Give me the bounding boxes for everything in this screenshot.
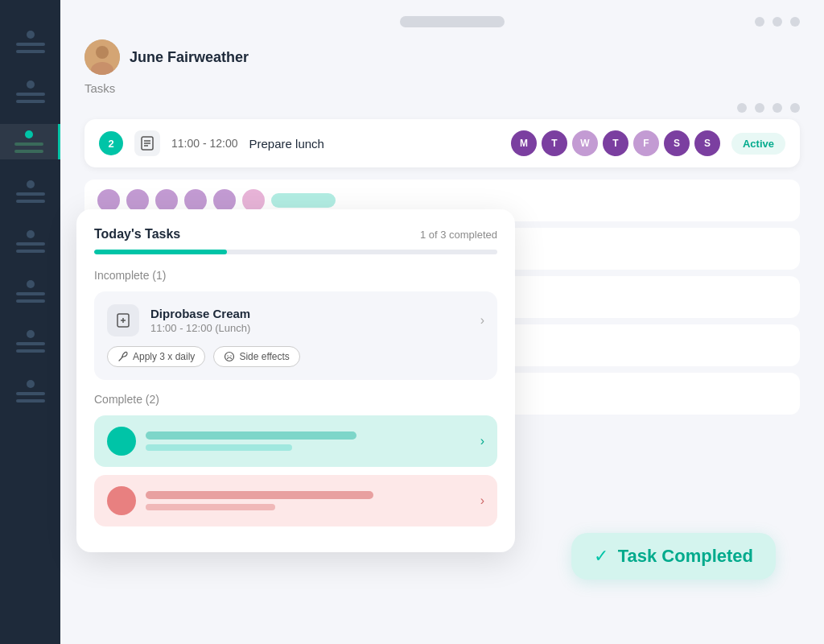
sidebar-item-3[interactable] [0,124,60,159]
task-completed-check-icon: ✓ [594,546,608,567]
sidebar-item-2[interactable] [0,74,60,109]
sec-dot-2 [755,103,764,113]
grid-dot-1-6 [242,189,265,212]
progress-bar-track [94,250,497,254]
sidebar-item-6[interactable] [0,274,60,309]
med-icon [107,304,139,336]
grid-dot-1-1 [97,189,120,212]
sidebar-item-8[interactable] [0,374,60,409]
card-header: Today's Tasks 1 of 3 completed [94,227,497,242]
day-S2: S [694,130,720,156]
medication-card[interactable]: Diprobase Cream 11:00 - 12:00 (Lunch) › … [94,291,497,380]
grid-dot-1-5 [213,189,236,212]
side-effects-tag-label: Side effects [239,351,289,362]
card-title: Today's Tasks [94,227,180,242]
med-time: 11:00 - 12:00 (Lunch) [150,322,469,334]
top-bar-dots [755,17,800,27]
sidebar-line-8 [16,200,45,203]
tasks-label: Tasks [84,81,800,95]
grid-dot-1-2 [126,189,149,212]
profile-row: June Fairweather [84,39,800,75]
top-dot-3 [790,17,800,27]
grid-dot-1-3 [155,189,178,212]
sidebar-line-5 [14,142,43,146]
day-circles: M T W T F S S [511,130,720,156]
sidebar-item-1[interactable] [0,24,60,60]
sidebar-dot-7 [27,330,35,338]
sidebar-line-11 [16,292,45,295]
sidebar-line-13 [16,342,45,345]
task-completed-badge: ✓ Task Completed [571,533,776,580]
complete-line-sub-1 [146,444,292,451]
top-bar-pill [400,16,505,27]
task-icon [134,130,160,156]
sidebar-dot-1 [27,31,35,39]
task-num-badge: 2 [99,131,123,155]
card-progress-text: 1 of 3 completed [420,229,497,241]
day-W: W [572,130,598,156]
complete-label: Complete (2) [94,393,497,406]
day-T2: T [603,130,628,156]
complete-card-2[interactable]: › [94,475,497,526]
task-title: Prepare lunch [249,137,500,151]
sidebar [0,0,60,644]
sidebar-line-7 [16,192,45,196]
apply-tag-label: Apply 3 x daily [133,351,195,362]
sidebar-line-12 [16,299,45,303]
complete-line-main-2 [146,491,373,499]
complete-chevron-2-icon[interactable]: › [480,493,484,508]
day-F: F [633,130,659,156]
complete-avatar-1 [107,427,136,456]
active-badge: Active [731,133,785,155]
sidebar-dot-8 [27,380,35,388]
task-row[interactable]: 2 11:00 - 12:00 Prepare lunch M T W T F … [84,119,800,167]
complete-lines-2 [146,491,471,510]
sidebar-dot-2 [27,80,35,89]
med-tags: Apply 3 x daily Side effects [107,346,484,367]
sidebar-line-3 [16,93,45,96]
sidebar-dot-3 [25,130,33,138]
sidebar-item-7[interactable] [0,324,60,359]
grid-pill-1 [271,193,336,208]
complete-lines-1 [146,431,471,451]
complete-line-sub-2 [146,504,275,510]
complete-card-1[interactable]: › [94,415,497,467]
sidebar-line-6 [14,150,43,153]
complete-avatar-2 [107,486,136,515]
sidebar-line-14 [16,349,45,353]
incomplete-label: Incomplete (1) [94,269,497,282]
sidebar-item-5[interactable] [0,224,60,259]
apply-tag[interactable]: Apply 3 x daily [107,346,205,367]
sidebar-dot-6 [27,280,35,288]
svg-point-12 [231,355,232,356]
day-S1: S [664,130,690,156]
svg-point-11 [228,355,229,356]
top-bar [84,16,800,27]
day-T1: T [542,130,567,156]
sidebar-line-2 [16,50,45,53]
secondary-dots-row [84,103,800,113]
day-M: M [511,130,537,156]
sidebar-line-9 [16,242,45,246]
today-tasks-card: Today's Tasks 1 of 3 completed Incomplet… [76,209,515,552]
complete-chevron-1-icon[interactable]: › [480,434,484,448]
med-card-top: Diprobase Cream 11:00 - 12:00 (Lunch) › [107,304,484,336]
sec-dot-1 [737,103,747,113]
sidebar-line-16 [16,399,45,402]
sidebar-item-4[interactable] [0,174,60,209]
complete-line-main-1 [146,431,356,440]
sidebar-line-10 [16,250,45,253]
sec-dot-4 [790,103,800,113]
med-chevron-icon[interactable]: › [480,313,484,328]
sidebar-dot-4 [27,180,35,188]
grid-dot-1-4 [184,189,207,212]
med-name: Diprobase Cream [150,307,469,320]
svg-point-10 [225,353,234,361]
top-dot-1 [755,17,764,27]
task-time: 11:00 - 12:00 [171,137,238,150]
side-effects-tag[interactable]: Side effects [213,346,299,367]
task-completed-text: Task Completed [618,546,753,567]
sidebar-line-1 [16,43,45,46]
profile-name: June Fairweather [130,49,249,66]
sec-dot-3 [772,103,782,113]
